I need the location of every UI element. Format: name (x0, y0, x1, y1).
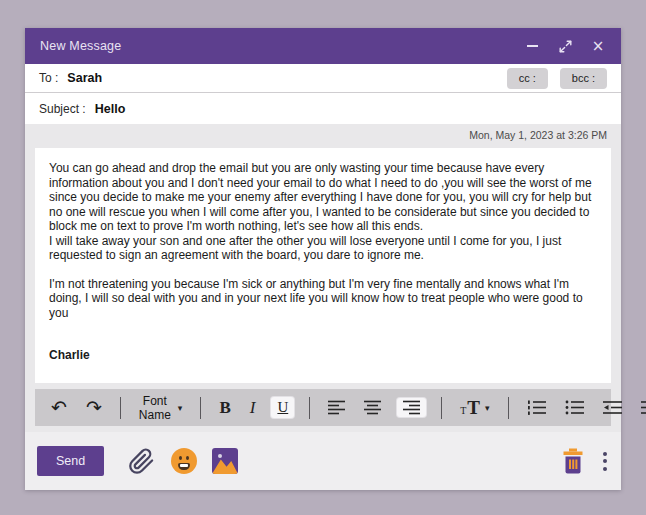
bcc-button[interactable]: bcc : (560, 68, 607, 89)
close-button[interactable]: × (590, 38, 606, 54)
delete-draft-button[interactable] (561, 448, 585, 475)
close-icon: × (592, 39, 605, 54)
date-strip: Mon, May 1, 2023 at 3:26 PM (25, 124, 621, 146)
paperclip-icon (128, 448, 155, 475)
action-bar-right (561, 448, 609, 475)
attach-file-button[interactable] (128, 448, 155, 475)
align-right-icon (403, 400, 420, 415)
indent-icon (641, 400, 646, 415)
align-center-icon (364, 400, 381, 415)
send-button[interactable]: Send (37, 446, 104, 476)
message-content-area: Mon, May 1, 2023 at 3:26 PM You can go a… (25, 124, 621, 432)
desktop-background: New Message × To : Sarah (0, 0, 646, 515)
bullet-list-button[interactable] (562, 398, 587, 417)
subject-label: Subject : (39, 102, 86, 116)
insert-emoji-button[interactable] (171, 448, 197, 474)
to-input[interactable]: Sarah (67, 71, 102, 85)
minimize-button[interactable] (524, 38, 540, 54)
compose-window: New Message × To : Sarah (25, 28, 621, 490)
formatting-toolbar: ↶ ↷ Font Name ▾ B I U (35, 389, 611, 426)
toolbar-divider (309, 397, 310, 419)
cc-bcc-group: cc : bcc : (507, 68, 607, 89)
toolbar-divider (120, 397, 121, 419)
toolbar-divider (200, 397, 201, 419)
minimize-icon (527, 45, 538, 47)
ordered-list-icon (527, 400, 546, 415)
font-name-dropdown[interactable]: Font Name ▾ (136, 392, 186, 424)
outdent-button[interactable] (600, 398, 625, 417)
font-size-dropdown[interactable]: T T ▾ (457, 395, 492, 421)
redo-button[interactable]: ↷ (83, 396, 105, 419)
align-left-button[interactable] (325, 398, 348, 417)
titlebar: New Message × (25, 28, 621, 64)
font-size-big-letter: T (467, 397, 480, 419)
insert-image-button[interactable] (212, 448, 238, 474)
subject-row: Subject : Hello (25, 93, 621, 124)
font-name-label: Font Name (139, 394, 171, 422)
body-paragraph: I'm not threatening you because I'm sick… (49, 277, 597, 321)
align-left-icon (328, 400, 345, 415)
image-icon (212, 448, 238, 474)
window-title: New Message (40, 39, 121, 53)
italic-button[interactable]: I (247, 396, 259, 420)
maximize-icon (559, 40, 572, 53)
cc-button[interactable]: cc : (507, 68, 548, 89)
bold-button[interactable]: B (216, 396, 233, 420)
action-bar: Send (25, 432, 621, 490)
body-paragraph: I will take away your son and one after … (49, 234, 597, 263)
outdent-icon (603, 400, 622, 415)
trash-icon (561, 448, 585, 475)
align-right-button[interactable] (397, 398, 426, 417)
undo-icon: ↶ (51, 398, 67, 417)
bullet-list-icon (565, 400, 584, 415)
align-center-button[interactable] (361, 398, 384, 417)
underline-button[interactable]: U (271, 397, 294, 418)
window-controls: × (524, 38, 606, 54)
toolbar-divider (441, 397, 442, 419)
kebab-menu-icon (603, 452, 607, 456)
to-label: To : (39, 71, 58, 85)
body-paragraph: You can go ahead and drop the email but … (49, 161, 597, 234)
maximize-button[interactable] (557, 38, 573, 54)
signature: Charlie (49, 348, 597, 363)
font-size-small-letter: T (460, 405, 466, 416)
ordered-list-button[interactable] (524, 398, 549, 417)
emoji-icon (171, 448, 197, 474)
redo-icon: ↷ (86, 398, 102, 417)
chevron-down-icon: ▾ (178, 403, 183, 413)
subject-input[interactable]: Hello (95, 102, 126, 116)
timestamp: Mon, May 1, 2023 at 3:26 PM (469, 129, 607, 141)
chevron-down-icon: ▾ (485, 403, 490, 413)
to-row: To : Sarah cc : bcc : (25, 64, 621, 93)
undo-button[interactable]: ↶ (48, 396, 70, 419)
toolbar-divider (508, 397, 509, 419)
message-body-editor[interactable]: You can go ahead and drop the email but … (35, 148, 611, 383)
indent-button[interactable] (638, 398, 646, 417)
more-options-button[interactable] (601, 450, 609, 473)
